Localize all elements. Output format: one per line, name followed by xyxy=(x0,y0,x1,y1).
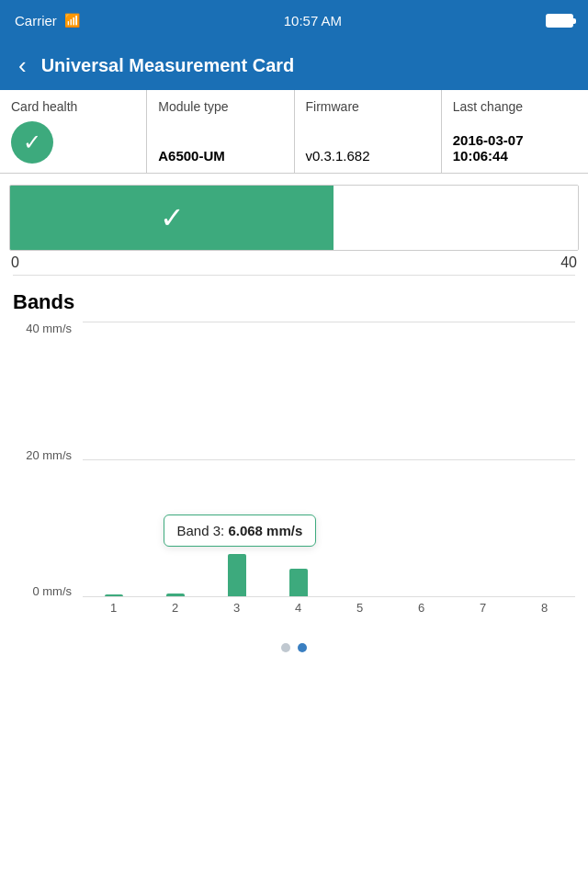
bands-section: Bands 40 mm/s 20 mm/s 0 mm/s xyxy=(0,276,588,634)
module-type-value: A6500-UM xyxy=(158,148,225,164)
module-type-cell: Module type A6500-UM xyxy=(147,90,294,173)
x-label-1: 1 xyxy=(83,601,144,615)
card-info-table: Card health ✓ Module type A6500-UM Firmw… xyxy=(0,90,588,174)
firmware-label: Firmware xyxy=(306,99,359,114)
y-label-0: 0 mm/s xyxy=(32,584,72,598)
x-axis: 1 2 3 4 5 6 7 8 xyxy=(83,601,575,615)
progress-fill: ✓ xyxy=(10,186,334,250)
tooltip-value: 6.068 mm/s xyxy=(228,523,302,538)
bar-1 xyxy=(105,594,123,596)
back-button[interactable]: ‹ xyxy=(15,50,30,81)
grid-line-top xyxy=(83,322,575,322)
status-bar-left: Carrier 📶 xyxy=(15,13,80,28)
bar-3 xyxy=(228,554,246,596)
y-label-20: 20 mm/s xyxy=(26,448,72,462)
firmware-value: v0.3.1.682 xyxy=(306,148,370,164)
last-change-value: 2016-03-07 10:06:44 xyxy=(453,132,524,164)
grid-line-bottom xyxy=(83,596,575,597)
card-health-cell: Card health ✓ xyxy=(0,90,147,173)
status-time: 10:57 AM xyxy=(284,13,342,28)
chart-container: 40 mm/s 20 mm/s 0 mm/s Band 3: 6.068 mm/… xyxy=(13,322,575,634)
x-label-5: 5 xyxy=(329,601,390,615)
x-label-3: 3 xyxy=(206,601,267,615)
page-dots xyxy=(0,634,588,660)
x-label-7: 7 xyxy=(452,601,514,615)
page-dot-1[interactable] xyxy=(281,643,290,652)
bar-2 xyxy=(166,594,185,596)
x-label-8: 8 xyxy=(514,601,575,615)
y-label-40: 40 mm/s xyxy=(26,322,72,335)
health-check-icon: ✓ xyxy=(11,121,53,164)
nav-bar: ‹ Universal Measurement Card xyxy=(0,40,588,90)
progress-max: 40 xyxy=(560,254,577,271)
tooltip: Band 3: 6.068 mm/s xyxy=(164,514,317,547)
last-change-label: Last change xyxy=(453,99,523,114)
progress-section: ✓ 0 40 xyxy=(0,174,588,275)
bands-title: Bands xyxy=(13,290,575,314)
progress-labels: 0 40 xyxy=(9,251,579,275)
x-label-6: 6 xyxy=(390,601,452,615)
wifi-icon: 📶 xyxy=(64,13,80,28)
x-label-4: 4 xyxy=(267,601,329,615)
last-change-cell: Last change 2016-03-07 10:06:44 xyxy=(442,90,588,173)
battery-icon xyxy=(546,14,573,28)
grid-line-mid xyxy=(83,459,575,460)
page-dot-2[interactable] xyxy=(298,643,307,652)
status-bar: Carrier 📶 10:57 AM xyxy=(0,0,588,40)
progress-bar: ✓ xyxy=(9,185,579,251)
progress-min: 0 xyxy=(11,254,19,271)
y-axis: 40 mm/s 20 mm/s 0 mm/s xyxy=(13,322,79,597)
bar-4 xyxy=(289,569,308,596)
module-type-label: Module type xyxy=(158,99,228,114)
chart-plot: Band 3: 6.068 mm/s xyxy=(83,322,575,597)
tooltip-label: Band 3: xyxy=(177,523,225,538)
carrier-label: Carrier xyxy=(15,13,57,28)
card-health-label: Card health xyxy=(11,99,77,114)
firmware-cell: Firmware v0.3.1.682 xyxy=(295,90,442,173)
progress-empty xyxy=(334,186,578,250)
page-title: Universal Measurement Card xyxy=(41,55,295,76)
x-label-2: 2 xyxy=(144,601,206,615)
